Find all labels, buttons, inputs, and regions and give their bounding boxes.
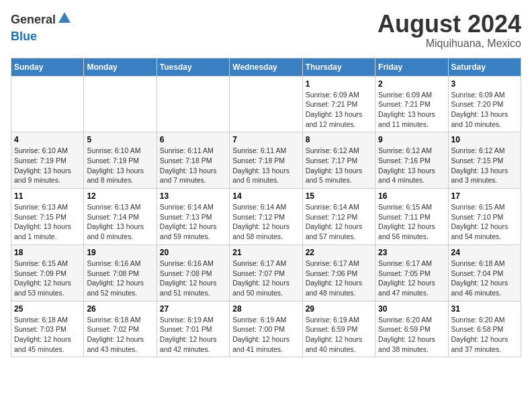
calendar-cell: 20Sunrise: 6:16 AM Sunset: 7:08 PM Dayli… xyxy=(157,244,229,301)
day-number: 30 xyxy=(378,304,445,314)
calendar-cell: 27Sunrise: 6:19 AM Sunset: 7:01 PM Dayli… xyxy=(157,301,229,357)
day-info: Sunrise: 6:17 AM Sunset: 7:07 PM Dayligh… xyxy=(232,259,299,298)
day-number: 17 xyxy=(451,191,518,201)
day-info: Sunrise: 6:18 AM Sunset: 7:03 PM Dayligh… xyxy=(14,315,81,355)
calendar-week-row: 1Sunrise: 6:09 AM Sunset: 7:21 PM Daylig… xyxy=(11,76,521,132)
day-of-week-header: Friday xyxy=(375,58,448,76)
calendar-table: SundayMondayTuesdayWednesdayThursdayFrid… xyxy=(11,58,521,358)
title-block: August 2024 Miquihuana, Mexico xyxy=(378,11,521,50)
day-number: 1 xyxy=(306,79,372,89)
day-number: 11 xyxy=(14,191,81,201)
day-number: 21 xyxy=(232,248,299,257)
day-number: 18 xyxy=(14,248,81,257)
calendar-cell: 7Sunrise: 6:11 AM Sunset: 7:18 PM Daylig… xyxy=(230,132,302,189)
day-info: Sunrise: 6:19 AM Sunset: 7:00 PM Dayligh… xyxy=(232,315,299,355)
day-number: 13 xyxy=(160,191,226,201)
logo-blue: Blue xyxy=(11,30,37,43)
calendar-cell: 5Sunrise: 6:10 AM Sunset: 7:19 PM Daylig… xyxy=(84,132,157,189)
day-info: Sunrise: 6:19 AM Sunset: 6:59 PM Dayligh… xyxy=(306,315,372,355)
day-info: Sunrise: 6:20 AM Sunset: 6:58 PM Dayligh… xyxy=(451,315,518,355)
day-info: Sunrise: 6:17 AM Sunset: 7:05 PM Dayligh… xyxy=(378,259,445,298)
calendar-cell xyxy=(157,76,229,132)
day-info: Sunrise: 6:12 AM Sunset: 7:15 PM Dayligh… xyxy=(451,146,518,185)
day-of-week-header: Tuesday xyxy=(157,58,229,76)
calendar-cell: 10Sunrise: 6:12 AM Sunset: 7:15 PM Dayli… xyxy=(448,132,521,189)
calendar-cell xyxy=(230,76,302,132)
day-number: 3 xyxy=(451,79,518,89)
day-number: 31 xyxy=(451,304,518,314)
calendar-cell: 16Sunrise: 6:15 AM Sunset: 7:11 PM Dayli… xyxy=(375,189,448,245)
day-number: 9 xyxy=(378,135,445,144)
day-info: Sunrise: 6:09 AM Sunset: 7:20 PM Dayligh… xyxy=(451,90,518,130)
day-of-week-header: Thursday xyxy=(302,58,375,76)
day-number: 25 xyxy=(14,304,81,314)
svg-marker-0 xyxy=(58,12,71,23)
day-info: Sunrise: 6:20 AM Sunset: 6:59 PM Dayligh… xyxy=(378,315,445,355)
calendar-cell xyxy=(84,76,157,132)
day-number: 15 xyxy=(306,191,372,201)
day-info: Sunrise: 6:12 AM Sunset: 7:17 PM Dayligh… xyxy=(306,146,372,185)
day-number: 19 xyxy=(87,248,153,257)
day-number: 12 xyxy=(87,191,153,201)
day-info: Sunrise: 6:12 AM Sunset: 7:16 PM Dayligh… xyxy=(378,146,445,185)
month-year: August 2024 xyxy=(378,11,521,38)
calendar-cell: 9Sunrise: 6:12 AM Sunset: 7:16 PM Daylig… xyxy=(375,132,448,189)
day-info: Sunrise: 6:09 AM Sunset: 7:21 PM Dayligh… xyxy=(378,90,445,130)
day-info: Sunrise: 6:18 AM Sunset: 7:02 PM Dayligh… xyxy=(87,315,153,355)
calendar-cell: 12Sunrise: 6:13 AM Sunset: 7:14 PM Dayli… xyxy=(84,189,157,245)
calendar-week-row: 11Sunrise: 6:13 AM Sunset: 7:15 PM Dayli… xyxy=(11,189,521,245)
calendar-cell: 1Sunrise: 6:09 AM Sunset: 7:21 PM Daylig… xyxy=(302,76,375,132)
day-info: Sunrise: 6:14 AM Sunset: 7:12 PM Dayligh… xyxy=(232,202,299,242)
day-number: 28 xyxy=(232,304,299,314)
day-number: 29 xyxy=(306,304,372,314)
day-info: Sunrise: 6:10 AM Sunset: 7:19 PM Dayligh… xyxy=(87,146,153,185)
day-number: 14 xyxy=(232,191,299,201)
day-info: Sunrise: 6:13 AM Sunset: 7:14 PM Dayligh… xyxy=(87,202,153,242)
day-number: 24 xyxy=(451,248,518,257)
calendar-cell: 18Sunrise: 6:15 AM Sunset: 7:09 PM Dayli… xyxy=(11,244,84,301)
location: Miquihuana, Mexico xyxy=(378,38,521,50)
calendar-cell: 21Sunrise: 6:17 AM Sunset: 7:07 PM Dayli… xyxy=(230,244,302,301)
calendar-cell: 4Sunrise: 6:10 AM Sunset: 7:19 PM Daylig… xyxy=(11,132,84,189)
calendar-cell: 14Sunrise: 6:14 AM Sunset: 7:12 PM Dayli… xyxy=(230,189,302,245)
day-info: Sunrise: 6:10 AM Sunset: 7:19 PM Dayligh… xyxy=(14,146,81,185)
day-info: Sunrise: 6:15 AM Sunset: 7:09 PM Dayligh… xyxy=(14,259,81,298)
calendar-cell xyxy=(11,76,84,132)
calendar-cell: 29Sunrise: 6:19 AM Sunset: 6:59 PM Dayli… xyxy=(302,301,375,357)
day-number: 7 xyxy=(232,135,299,144)
calendar-cell: 11Sunrise: 6:13 AM Sunset: 7:15 PM Dayli… xyxy=(11,189,84,245)
calendar-cell: 13Sunrise: 6:14 AM Sunset: 7:13 PM Dayli… xyxy=(157,189,229,245)
calendar-cell: 28Sunrise: 6:19 AM Sunset: 7:00 PM Dayli… xyxy=(230,301,302,357)
day-number: 5 xyxy=(87,135,153,144)
calendar-cell: 26Sunrise: 6:18 AM Sunset: 7:02 PM Dayli… xyxy=(84,301,157,357)
calendar-cell: 2Sunrise: 6:09 AM Sunset: 7:21 PM Daylig… xyxy=(375,76,448,132)
day-of-week-header: Wednesday xyxy=(230,58,302,76)
day-number: 27 xyxy=(160,304,226,314)
day-number: 2 xyxy=(378,79,445,89)
calendar-week-row: 18Sunrise: 6:15 AM Sunset: 7:09 PM Dayli… xyxy=(11,244,521,301)
day-number: 20 xyxy=(160,248,226,257)
day-info: Sunrise: 6:14 AM Sunset: 7:12 PM Dayligh… xyxy=(306,202,372,242)
calendar-cell: 25Sunrise: 6:18 AM Sunset: 7:03 PM Dayli… xyxy=(11,301,84,357)
logo-general: General xyxy=(11,13,56,26)
calendar-header-row: SundayMondayTuesdayWednesdayThursdayFrid… xyxy=(11,58,521,76)
calendar-cell: 6Sunrise: 6:11 AM Sunset: 7:18 PM Daylig… xyxy=(157,132,229,189)
calendar-cell: 23Sunrise: 6:17 AM Sunset: 7:05 PM Dayli… xyxy=(375,244,448,301)
day-of-week-header: Monday xyxy=(84,58,157,76)
day-info: Sunrise: 6:18 AM Sunset: 7:04 PM Dayligh… xyxy=(451,259,518,298)
calendar-week-row: 25Sunrise: 6:18 AM Sunset: 7:03 PM Dayli… xyxy=(11,301,521,357)
day-info: Sunrise: 6:17 AM Sunset: 7:06 PM Dayligh… xyxy=(306,259,372,298)
day-number: 4 xyxy=(14,135,81,144)
day-info: Sunrise: 6:09 AM Sunset: 7:21 PM Dayligh… xyxy=(306,90,372,130)
day-info: Sunrise: 6:11 AM Sunset: 7:18 PM Dayligh… xyxy=(160,146,226,185)
day-of-week-header: Sunday xyxy=(11,58,84,76)
calendar-cell: 24Sunrise: 6:18 AM Sunset: 7:04 PM Dayli… xyxy=(448,244,521,301)
day-info: Sunrise: 6:13 AM Sunset: 7:15 PM Dayligh… xyxy=(14,202,81,242)
logo: General Blue xyxy=(11,11,73,44)
calendar-cell: 8Sunrise: 6:12 AM Sunset: 7:17 PM Daylig… xyxy=(302,132,375,189)
day-info: Sunrise: 6:15 AM Sunset: 7:11 PM Dayligh… xyxy=(378,202,445,242)
day-of-week-header: Saturday xyxy=(448,58,521,76)
day-number: 23 xyxy=(378,248,445,257)
calendar-cell: 22Sunrise: 6:17 AM Sunset: 7:06 PM Dayli… xyxy=(302,244,375,301)
day-number: 8 xyxy=(306,135,372,144)
